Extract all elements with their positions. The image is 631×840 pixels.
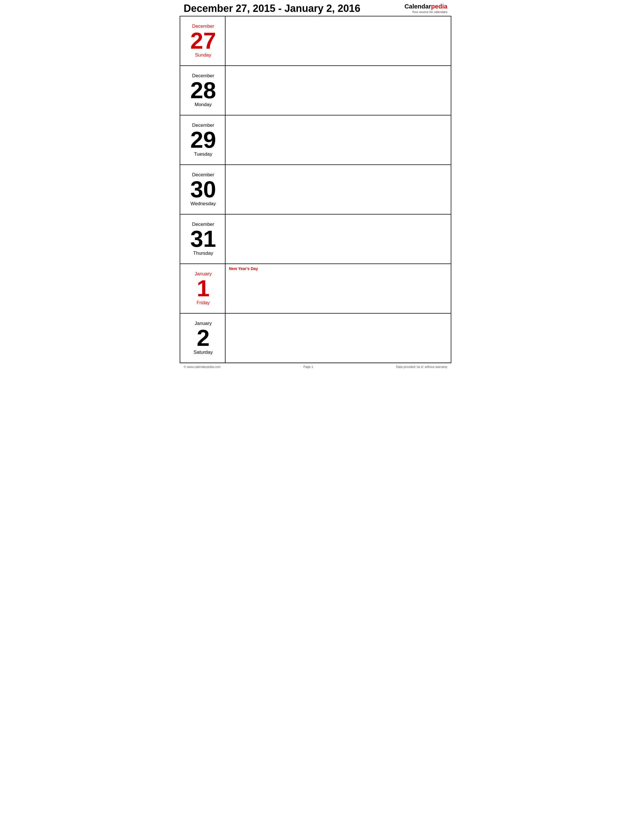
logo-calendar-text: Calendar: [404, 3, 431, 10]
day-content-5: New Year's Day: [226, 264, 451, 313]
event-label-5: New Year's Day: [229, 266, 447, 271]
day-number-2: 29: [190, 128, 216, 152]
footer-copyright: © www.calendarpedia.com: [184, 365, 221, 368]
calendar-grid: December 27 Sunday December 28 Monday De…: [180, 16, 451, 363]
day-name-2: Tuesday: [194, 152, 213, 157]
day-row: January 2 Saturday: [180, 314, 451, 363]
day-content-6: [226, 314, 451, 363]
header: December 27, 2015 - January 2, 2016 Cale…: [180, 0, 451, 16]
day-number-4: 31: [190, 227, 216, 251]
day-content-3: [226, 165, 451, 214]
footer-page: Page 1: [303, 365, 313, 368]
day-content-0: [226, 16, 451, 65]
day-name-5: Friday: [196, 300, 210, 306]
day-label-2: December 29 Tuesday: [180, 115, 226, 164]
day-number-0: 27: [190, 29, 216, 52]
page-title: December 27, 2015 - January 2, 2016: [184, 3, 360, 14]
day-number-1: 28: [190, 79, 216, 102]
day-label-3: December 30 Wednesday: [180, 165, 226, 214]
day-content-2: [226, 115, 451, 164]
day-name-0: Sunday: [195, 52, 211, 58]
day-content-1: [226, 66, 451, 115]
logo-name: Calendarpedia: [404, 3, 447, 10]
day-name-3: Wednesday: [191, 201, 216, 207]
day-row: December 29 Tuesday: [180, 115, 451, 165]
day-row: December 30 Wednesday: [180, 165, 451, 215]
logo-tagline: Your source for calendars: [404, 10, 447, 14]
day-number-3: 30: [190, 178, 216, 201]
footer-disclaimer: Data provided 'as is' without warranty: [396, 365, 447, 368]
logo: Calendarpedia Your source for calendars: [404, 3, 447, 14]
day-label-0: December 27 Sunday: [180, 16, 226, 65]
page: December 27, 2015 - January 2, 2016 Cale…: [180, 0, 451, 370]
day-row: January 1 Friday New Year's Day: [180, 264, 451, 314]
footer: © www.calendarpedia.com Page 1 Data prov…: [180, 363, 451, 370]
day-label-1: December 28 Monday: [180, 66, 226, 115]
day-name-1: Monday: [195, 102, 211, 107]
day-label-6: January 2 Saturday: [180, 314, 226, 363]
logo-pedia-text: pedia: [431, 3, 447, 10]
day-name-6: Saturday: [194, 349, 213, 355]
day-label-4: December 31 Thursday: [180, 215, 226, 264]
day-label-5: January 1 Friday: [180, 264, 226, 313]
day-content-4: [226, 215, 451, 264]
day-name-4: Thursday: [193, 251, 213, 256]
day-row: December 28 Monday: [180, 66, 451, 115]
day-number-6: 2: [197, 326, 210, 349]
day-row: December 27 Sunday: [180, 16, 451, 66]
day-row: December 31 Thursday: [180, 215, 451, 264]
day-number-5: 1: [197, 277, 210, 300]
